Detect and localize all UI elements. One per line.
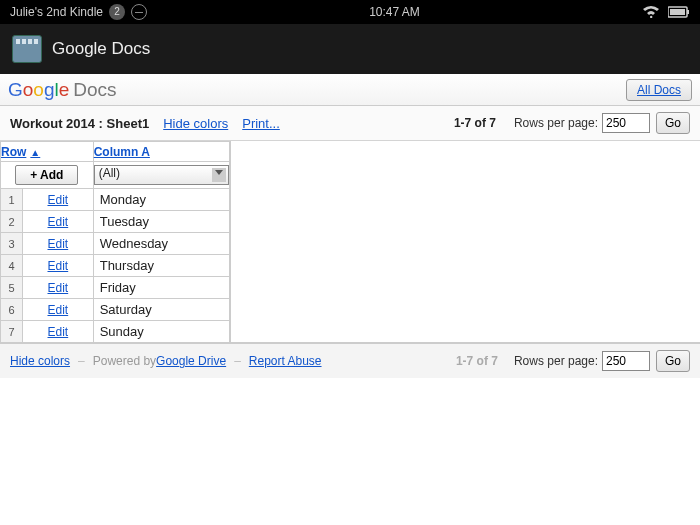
table-row: 3EditWednesday <box>1 233 230 255</box>
hide-colors-link-footer[interactable]: Hide colors <box>10 354 70 368</box>
cell-a: Wednesday <box>94 233 229 254</box>
table-row: 2EditTuesday <box>1 211 230 233</box>
battery-icon <box>668 6 690 18</box>
footer: Hide colors – Powered by Google Drive – … <box>0 343 700 378</box>
rows-per-page-label-top: Rows per page: <box>514 116 598 130</box>
powered-by-label: Powered by <box>93 354 156 368</box>
dnd-icon <box>131 4 147 20</box>
report-abuse-link[interactable]: Report Abuse <box>249 354 322 368</box>
go-button-top[interactable]: Go <box>656 112 690 134</box>
go-button-bottom[interactable]: Go <box>656 350 690 372</box>
cell-a: Monday <box>94 189 229 210</box>
column-a-filter-value: (All) <box>99 166 120 180</box>
sort-asc-icon: ▲ <box>30 147 40 158</box>
brand-row: Google Docs All Docs <box>0 74 700 106</box>
column-a-filter[interactable]: (All) <box>94 165 229 185</box>
edit-link[interactable]: Edit <box>23 278 93 298</box>
cell-a: Sunday <box>94 321 229 342</box>
svg-rect-2 <box>687 10 689 14</box>
cell-a: Saturday <box>94 299 229 320</box>
pager-range-top: 1-7 of 7 <box>454 116 496 130</box>
notification-count-badge: 2 <box>109 4 125 20</box>
status-bar: Julie's 2nd Kindle 2 10:47 AM <box>0 0 700 24</box>
hide-colors-link[interactable]: Hide colors <box>163 116 228 131</box>
table-row: 1EditMonday <box>1 189 230 211</box>
edit-link[interactable]: Edit <box>23 234 93 254</box>
rows-per-page-input-top[interactable] <box>602 113 650 133</box>
clock: 10:47 AM <box>147 5 642 19</box>
table-row: 6EditSaturday <box>1 299 230 321</box>
add-row-button[interactable]: + Add <box>15 165 78 185</box>
print-link[interactable]: Print... <box>242 116 280 131</box>
pager-range-bottom: 1-7 of 7 <box>456 354 498 368</box>
edit-link[interactable]: Edit <box>23 322 93 342</box>
all-docs-button[interactable]: All Docs <box>626 79 692 101</box>
column-header-a[interactable]: Column A <box>93 142 229 162</box>
rows-per-page-input-bottom[interactable] <box>602 351 650 371</box>
sheet-table: Row▲ Column A + Add (All) 1EditMonday 2E… <box>0 141 230 343</box>
google-drive-link[interactable]: Google Drive <box>156 354 226 368</box>
edit-link[interactable]: Edit <box>23 190 93 210</box>
toolbar: Workout 2014 : Sheet1 Hide colors Print.… <box>0 106 700 141</box>
table-area: Row▲ Column A + Add (All) 1EditMonday 2E… <box>0 141 700 343</box>
svg-rect-1 <box>670 9 685 15</box>
app-title: Google Docs <box>52 39 150 59</box>
edit-link[interactable]: Edit <box>23 300 93 320</box>
cell-a: Friday <box>94 277 229 298</box>
app-header: Google Docs <box>0 24 700 74</box>
google-docs-logo: Google Docs <box>8 79 117 101</box>
document-title: Workout 2014 : Sheet1 <box>10 116 149 131</box>
rows-per-page-label-bottom: Rows per page: <box>514 354 598 368</box>
dropdown-icon <box>212 168 226 182</box>
table-row: 5EditFriday <box>1 277 230 299</box>
app-icon <box>12 35 42 63</box>
cell-a: Tuesday <box>94 211 229 232</box>
cell-a: Thursday <box>94 255 229 276</box>
wifi-icon <box>642 6 660 18</box>
edit-link[interactable]: Edit <box>23 212 93 232</box>
edit-link[interactable]: Edit <box>23 256 93 276</box>
device-name: Julie's 2nd Kindle <box>10 5 103 19</box>
table-row: 4EditThursday <box>1 255 230 277</box>
column-header-row[interactable]: Row▲ <box>1 142 94 162</box>
table-row: 7EditSunday <box>1 321 230 343</box>
